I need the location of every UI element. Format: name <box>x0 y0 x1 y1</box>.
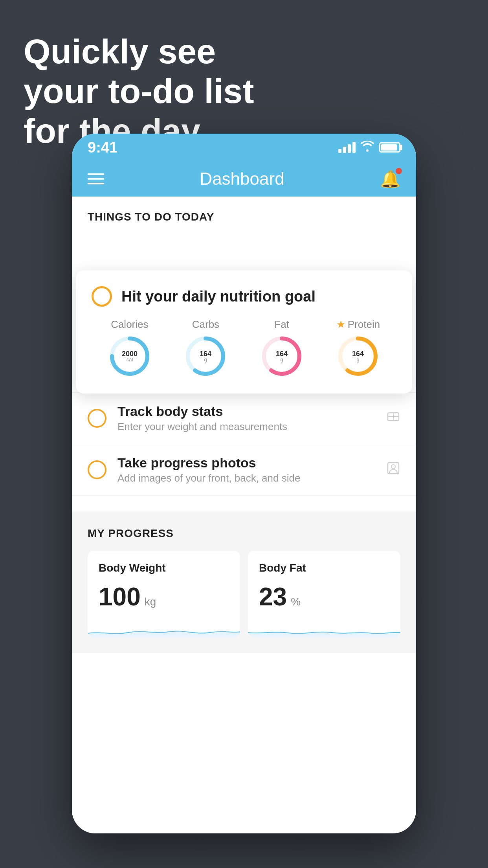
body-weight-value: 100 kg <box>99 582 229 611</box>
body-fat-value: 23 % <box>259 582 389 611</box>
nutrition-card: Hit your daily nutrition goal Calories 2… <box>76 270 412 394</box>
phone-frame: 9:41 Dashboard 🔔 <box>72 134 416 833</box>
status-bar: 9:41 <box>72 134 416 161</box>
svg-point-20 <box>391 465 395 469</box>
carbs-ring: 164 g <box>184 335 227 378</box>
body-weight-card[interactable]: Body Weight 100 kg <box>88 551 240 637</box>
body-weight-title: Body Weight <box>99 562 229 574</box>
todo-text-body-stats: Track body stats Enter your weight and m… <box>117 404 375 433</box>
hamburger-menu[interactable] <box>88 173 104 184</box>
body-weight-number: 100 <box>99 582 141 611</box>
protein-label: ★ Protein <box>336 318 380 331</box>
svg-text:g: g <box>204 357 207 362</box>
battery-icon <box>379 142 400 153</box>
wifi-icon <box>360 140 374 155</box>
todo-text-progress-photos: Take progress photos Add images of your … <box>117 455 375 484</box>
status-icons <box>338 140 400 155</box>
nutrition-rings: Calories 2000 cal Carbs <box>92 318 396 378</box>
todo-item-progress-photos[interactable]: Take progress photos Add images of your … <box>72 444 416 496</box>
svg-text:g: g <box>357 357 360 362</box>
nav-title: Dashboard <box>200 169 284 189</box>
star-icon: ★ <box>336 318 345 331</box>
things-to-do-header: THINGS TO DO TODAY <box>72 197 416 231</box>
background-heading: Quickly see your to-do list for the day. <box>24 31 254 151</box>
fat-label: Fat <box>274 318 289 331</box>
progress-section: MY PROGRESS Body Weight 100 kg <box>72 511 416 653</box>
status-time: 9:41 <box>88 139 117 156</box>
todo-circle-progress-photos <box>88 460 106 479</box>
todo-subtitle-progress-photos: Add images of your front, back, and side <box>117 472 375 484</box>
person-icon <box>386 461 400 479</box>
app-content: THINGS TO DO TODAY Hit your daily nutrit… <box>72 197 416 833</box>
calories-ring: 2000 cal <box>108 335 151 378</box>
calories-ring-item: Calories 2000 cal <box>108 318 151 378</box>
nutrition-check-circle[interactable] <box>92 286 112 307</box>
calories-label: Calories <box>111 318 148 331</box>
protein-ring: 164 g <box>336 335 380 378</box>
carbs-label: Carbs <box>192 318 219 331</box>
todo-title-body-stats: Track body stats <box>117 404 375 419</box>
body-weight-wave <box>88 618 240 637</box>
nutrition-title: Hit your daily nutrition goal <box>121 288 316 305</box>
body-fat-title: Body Fat <box>259 562 389 574</box>
signal-icon <box>338 142 356 153</box>
svg-text:cal: cal <box>127 357 133 362</box>
notification-dot <box>396 168 402 174</box>
todo-title-progress-photos: Take progress photos <box>117 455 375 471</box>
nav-bar: Dashboard 🔔 <box>72 161 416 197</box>
fat-ring: 164 g <box>260 335 303 378</box>
todo-item-body-stats[interactable]: Track body stats Enter your weight and m… <box>72 393 416 444</box>
nutrition-card-header: Hit your daily nutrition goal <box>92 286 396 307</box>
progress-cards: Body Weight 100 kg Body Fat 23 <box>88 551 400 637</box>
body-fat-number: 23 <box>259 582 287 611</box>
fat-ring-item: Fat 164 g <box>260 318 303 378</box>
todo-circle-body-stats <box>88 409 106 428</box>
progress-header: MY PROGRESS <box>88 527 400 540</box>
svg-text:g: g <box>280 357 283 362</box>
body-fat-card[interactable]: Body Fat 23 % <box>248 551 400 637</box>
body-fat-wave <box>248 618 400 637</box>
body-weight-unit: kg <box>145 596 156 608</box>
body-fat-unit: % <box>291 596 301 608</box>
scale-icon <box>386 410 400 427</box>
notification-bell-icon[interactable]: 🔔 <box>380 169 400 189</box>
protein-ring-item: ★ Protein 164 g <box>336 318 380 378</box>
carbs-ring-item: Carbs 164 g <box>184 318 227 378</box>
todo-subtitle-body-stats: Enter your weight and measurements <box>117 421 375 433</box>
